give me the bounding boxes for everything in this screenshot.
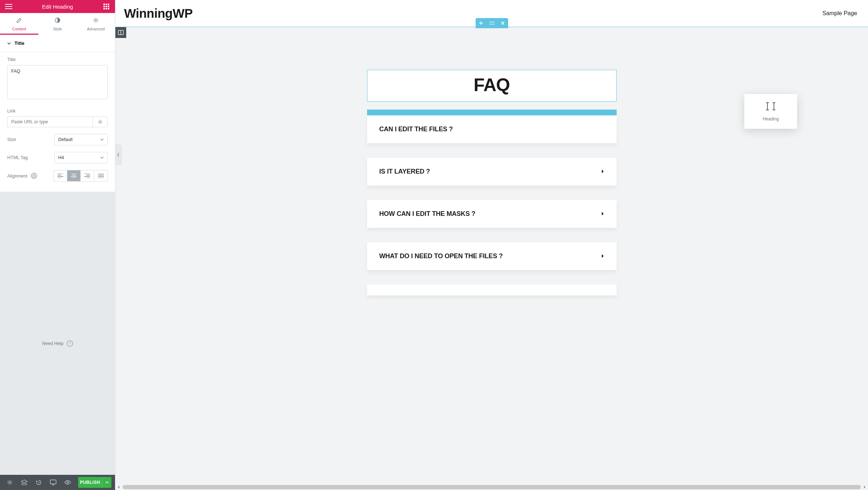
section-toggle-title[interactable]: Title — [0, 35, 115, 52]
history-button[interactable] — [33, 476, 45, 489]
navigator-button[interactable] — [18, 476, 30, 489]
svg-point-11 — [99, 121, 101, 123]
plus-icon — [479, 21, 483, 25]
caret-right-icon — [863, 485, 866, 489]
site-title: WinningWP — [124, 6, 193, 21]
gear-icon — [77, 17, 115, 25]
svg-rect-7 — [106, 8, 107, 9]
caret-left-icon — [117, 485, 120, 489]
hamburger-menu-button[interactable] — [0, 0, 17, 13]
edit-section-button[interactable] — [488, 20, 495, 27]
content-column: FAQ CAN I EDIT THE FILES ? IS IT LAYERED… — [367, 70, 617, 295]
tab-content[interactable]: Content — [0, 13, 38, 35]
desktop-icon — [50, 480, 56, 485]
gear-icon — [98, 119, 103, 124]
layers-icon — [21, 480, 27, 485]
need-help-label: Need Help — [42, 341, 63, 346]
size-select[interactable]: Default — [54, 134, 108, 145]
svg-point-20 — [491, 24, 492, 25]
scroll-left-button[interactable] — [115, 484, 122, 490]
caret-right-icon — [601, 169, 604, 175]
svg-rect-8 — [108, 8, 109, 9]
align-justify-button[interactable] — [94, 170, 107, 181]
accordion-item[interactable]: IS IT LAYERED ? — [367, 158, 617, 186]
delete-section-button[interactable] — [499, 20, 506, 27]
svg-rect-3 — [103, 6, 105, 7]
alignment-group — [54, 170, 108, 182]
link-label: Link — [7, 108, 108, 114]
alignment-label: Alignment — [7, 172, 37, 179]
tab-content-label: Content — [12, 27, 26, 31]
accordion-item[interactable]: HOW CAN I EDIT THE MASKS ? — [367, 200, 617, 228]
scroll-right-button[interactable] — [861, 484, 868, 490]
accordion-item[interactable]: CAN I EDIT THE FILES ? — [367, 115, 617, 143]
insert-indicator — [367, 110, 617, 115]
caret-up-icon — [105, 481, 109, 484]
dragging-heading-widget[interactable]: Heading — [744, 94, 797, 129]
svg-rect-4 — [106, 6, 107, 7]
caret-right-icon — [601, 211, 604, 217]
panel-header: Edit Heading — [0, 0, 115, 13]
heading-widget-selected[interactable]: FAQ — [367, 70, 617, 102]
add-section-button[interactable] — [477, 20, 485, 27]
settings-button[interactable] — [4, 476, 16, 489]
align-left-icon — [58, 174, 63, 178]
nav-link-sample-page[interactable]: Sample Page — [822, 10, 857, 17]
responsive-mode-button[interactable] — [47, 476, 59, 489]
gear-icon — [7, 480, 13, 485]
preview-canvas: WinningWP Sample Page FAQ — [115, 0, 868, 490]
responsive-icon[interactable] — [31, 172, 37, 179]
align-justify-icon — [98, 174, 104, 178]
title-label: Title — [7, 57, 108, 62]
dragging-widget-label: Heading — [763, 116, 779, 122]
horizontal-scrollbar[interactable] — [115, 484, 868, 490]
close-icon — [501, 21, 505, 25]
drag-handle-icon — [489, 21, 494, 25]
collapse-panel-button[interactable] — [115, 145, 122, 165]
column-icon — [118, 30, 124, 35]
link-options-button[interactable] — [93, 116, 108, 127]
svg-rect-6 — [103, 8, 105, 9]
size-label: Size — [7, 137, 16, 142]
heading-widget-icon — [765, 101, 777, 113]
panel-title: Edit Heading — [17, 4, 98, 10]
accordion-title: IS IT LAYERED ? — [379, 168, 430, 175]
svg-point-13 — [9, 482, 11, 483]
svg-point-16 — [489, 22, 490, 23]
column-handle[interactable] — [115, 27, 126, 38]
caret-down-icon — [7, 42, 11, 45]
section-controls — [476, 18, 508, 28]
tab-style[interactable]: Style — [38, 13, 77, 35]
align-right-button[interactable] — [81, 170, 94, 181]
chevron-left-icon — [117, 153, 120, 157]
align-left-button[interactable] — [54, 170, 67, 181]
align-right-icon — [84, 174, 90, 178]
question-icon: ? — [67, 340, 73, 347]
html-tag-select[interactable]: H4 — [54, 152, 108, 163]
publish-options-button[interactable] — [102, 477, 111, 488]
preview-button[interactable] — [61, 476, 74, 489]
accordion-item[interactable]: WHAT DO I NEED TO OPEN THE FILES ? — [367, 242, 617, 270]
tab-style-label: Style — [53, 27, 62, 31]
scrollbar-track[interactable] — [123, 485, 861, 489]
svg-rect-2 — [108, 4, 109, 5]
svg-rect-5 — [108, 6, 109, 7]
heading-text: FAQ — [367, 74, 616, 95]
align-center-button[interactable] — [67, 170, 81, 181]
caret-down-icon — [100, 138, 104, 141]
size-value: Default — [58, 137, 73, 142]
publish-button[interactable]: PUBLISH — [78, 477, 102, 488]
accordion-title: CAN I EDIT THE FILES ? — [379, 125, 453, 133]
accordion-title: WHAT DO I NEED TO OPEN THE FILES ? — [379, 252, 503, 260]
align-center-icon — [71, 174, 77, 178]
accordion-item[interactable] — [367, 285, 617, 295]
svg-rect-14 — [50, 480, 56, 484]
link-input[interactable] — [7, 116, 93, 127]
accordion-title: HOW CAN I EDIT THE MASKS ? — [379, 210, 476, 218]
svg-point-15 — [67, 482, 68, 483]
eye-icon — [64, 480, 71, 485]
widgets-grid-button[interactable] — [98, 0, 115, 13]
need-help-link[interactable]: Need Help ? — [42, 212, 73, 475]
title-input[interactable] — [7, 65, 108, 99]
tab-advanced[interactable]: Advanced — [77, 13, 115, 35]
